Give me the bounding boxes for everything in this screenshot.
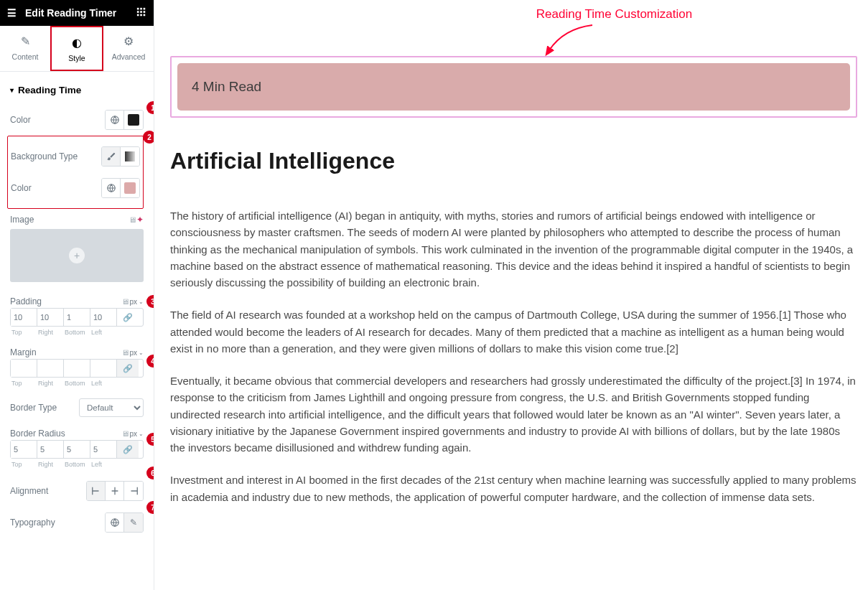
padding-right-input[interactable] bbox=[37, 309, 64, 326]
reading-time-widget-selected[interactable]: 4 Min Read bbox=[170, 56, 857, 118]
padding-link-button[interactable]: 🔗 bbox=[117, 309, 139, 326]
global-color-button[interactable] bbox=[106, 111, 124, 129]
margin-left-input[interactable] bbox=[90, 360, 117, 377]
article-paragraph: The field of AI research was founded at … bbox=[170, 306, 857, 357]
radius-right-input[interactable] bbox=[37, 441, 64, 458]
preview-area: Reading Time Customization 4 Min Read Ar… bbox=[154, 0, 868, 590]
responsive-icon[interactable]: 🖥 bbox=[121, 297, 129, 306]
control-color: Color 1 bbox=[10, 104, 144, 136]
padding-unit-selector[interactable]: px⌄ bbox=[129, 298, 144, 306]
annotation-badge-1: 1 bbox=[146, 101, 154, 114]
margin-labels: TopRightBottomLeft bbox=[10, 380, 144, 387]
contrast-icon: ◐ bbox=[52, 36, 102, 50]
control-margin: Margin 🖥 px⌄ 4 bbox=[10, 342, 144, 359]
reading-time-text: 4 Min Read bbox=[192, 79, 261, 94]
margin-right-input[interactable] bbox=[37, 360, 64, 377]
reading-time-box: 4 Min Read bbox=[177, 63, 850, 111]
align-left-button[interactable] bbox=[87, 482, 106, 500]
typography-edit-button[interactable]: ✎ bbox=[124, 513, 143, 532]
svg-rect-10 bbox=[125, 151, 135, 161]
control-image: Image 🖥 ✦ bbox=[10, 209, 144, 226]
gear-icon: ⚙ bbox=[103, 34, 154, 48]
margin-top-input[interactable] bbox=[11, 360, 37, 377]
margin-unit-selector[interactable]: px⌄ bbox=[129, 349, 144, 357]
control-background-type: Background Type 2 bbox=[11, 141, 140, 172]
image-upload-area[interactable]: + bbox=[10, 229, 144, 282]
control-bg-color: Color bbox=[11, 172, 140, 204]
caret-down-icon: ▾ bbox=[10, 86, 14, 94]
menu-icon[interactable]: ☰ bbox=[7, 7, 17, 19]
pencil-icon: ✎ bbox=[0, 34, 50, 48]
color-picker-button[interactable] bbox=[124, 111, 143, 129]
margin-bottom-input[interactable] bbox=[64, 360, 90, 377]
padding-left-input[interactable] bbox=[90, 309, 117, 326]
control-typography: Typography ✎ 7 bbox=[10, 507, 144, 538]
align-center-button[interactable] bbox=[106, 482, 124, 500]
grid-icon[interactable] bbox=[136, 7, 146, 19]
border-type-select[interactable]: Default bbox=[79, 398, 144, 417]
annotation-arrow-icon bbox=[542, 22, 599, 57]
radius-labels: TopRightBottomLeft bbox=[10, 461, 144, 468]
annotation-badge-6: 6 bbox=[146, 467, 154, 479]
svg-rect-0 bbox=[137, 7, 139, 9]
plus-icon: + bbox=[69, 248, 85, 263]
radius-inputs: 🔗 bbox=[10, 440, 144, 459]
control-padding: Padding 🖥 px⌄ 3 bbox=[10, 291, 144, 308]
responsive-icon[interactable]: 🖥 bbox=[121, 429, 129, 438]
section-reading-time[interactable]: ▾ Reading Time bbox=[10, 72, 144, 104]
svg-rect-7 bbox=[140, 14, 142, 16]
bg-color-picker-button[interactable] bbox=[121, 179, 139, 197]
article-paragraph: Investment and interest in AI boomed in … bbox=[170, 472, 857, 505]
annotation-badge-5: 5 bbox=[146, 433, 154, 446]
global-typography-button[interactable] bbox=[106, 513, 124, 532]
annotation-badge-4: 4 bbox=[146, 355, 154, 367]
svg-rect-5 bbox=[144, 11, 146, 13]
margin-inputs: 🔗 bbox=[10, 359, 144, 378]
responsive-icon[interactable]: 🖥 bbox=[129, 215, 136, 224]
svg-rect-8 bbox=[144, 14, 146, 16]
article-paragraph: The history of artificial intelligence (… bbox=[170, 207, 857, 291]
padding-bottom-input[interactable] bbox=[64, 309, 90, 326]
annotation-badge-2: 2 bbox=[143, 131, 154, 144]
article-title: Artificial Intelligence bbox=[170, 148, 857, 174]
radius-bottom-input[interactable] bbox=[64, 441, 90, 458]
tab-style[interactable]: ◐ Style bbox=[50, 26, 103, 71]
radius-link-button[interactable]: 🔗 bbox=[117, 441, 139, 458]
align-right-button[interactable] bbox=[124, 482, 143, 500]
padding-labels: TopRightBottomLeft bbox=[10, 329, 144, 336]
radius-unit-selector[interactable]: px⌄ bbox=[129, 430, 144, 438]
responsive-icon[interactable]: 🖥 bbox=[121, 348, 129, 357]
editor-sidebar: ☰ Edit Reading Timer ✎ Content ◐ Style ⚙… bbox=[0, 0, 154, 590]
article-paragraph: Eventually, it became obvious that comme… bbox=[170, 373, 857, 456]
annotation-title: Reading Time Customization bbox=[371, 7, 857, 22]
control-border-type: Border Type Default bbox=[10, 393, 144, 423]
sidebar-header: ☰ Edit Reading Timer bbox=[0, 0, 154, 26]
highlighted-controls: Background Type 2 Color bbox=[7, 136, 144, 209]
padding-inputs: 🔗 bbox=[10, 308, 144, 327]
svg-rect-6 bbox=[137, 14, 139, 16]
header-title: Edit Reading Timer bbox=[25, 7, 116, 19]
margin-link-button[interactable]: 🔗 bbox=[117, 360, 139, 377]
padding-top-input[interactable] bbox=[11, 309, 37, 326]
control-border-radius: Border Radius 🖥 px⌄ 5 bbox=[10, 423, 144, 440]
tab-content[interactable]: ✎ Content bbox=[0, 26, 50, 71]
bg-classic-button[interactable] bbox=[102, 147, 121, 166]
annotation-badge-7: 7 bbox=[146, 501, 154, 514]
control-alignment: Alignment 6 bbox=[10, 475, 144, 507]
svg-rect-4 bbox=[140, 11, 142, 13]
global-bg-color-button[interactable] bbox=[102, 179, 121, 197]
svg-rect-1 bbox=[140, 7, 142, 9]
svg-rect-3 bbox=[137, 11, 139, 13]
article-body: The history of artificial intelligence (… bbox=[170, 207, 857, 505]
dynamic-icon[interactable]: ✦ bbox=[136, 215, 144, 225]
radius-top-input[interactable] bbox=[11, 441, 37, 458]
tab-advanced[interactable]: ⚙ Advanced bbox=[103, 26, 154, 71]
svg-rect-2 bbox=[144, 7, 146, 9]
style-panel: ▾ Reading Time Color 1 Background Type bbox=[0, 72, 154, 590]
radius-left-input[interactable] bbox=[90, 441, 117, 458]
editor-tabs: ✎ Content ◐ Style ⚙ Advanced bbox=[0, 26, 154, 72]
bg-gradient-button[interactable] bbox=[121, 147, 139, 166]
